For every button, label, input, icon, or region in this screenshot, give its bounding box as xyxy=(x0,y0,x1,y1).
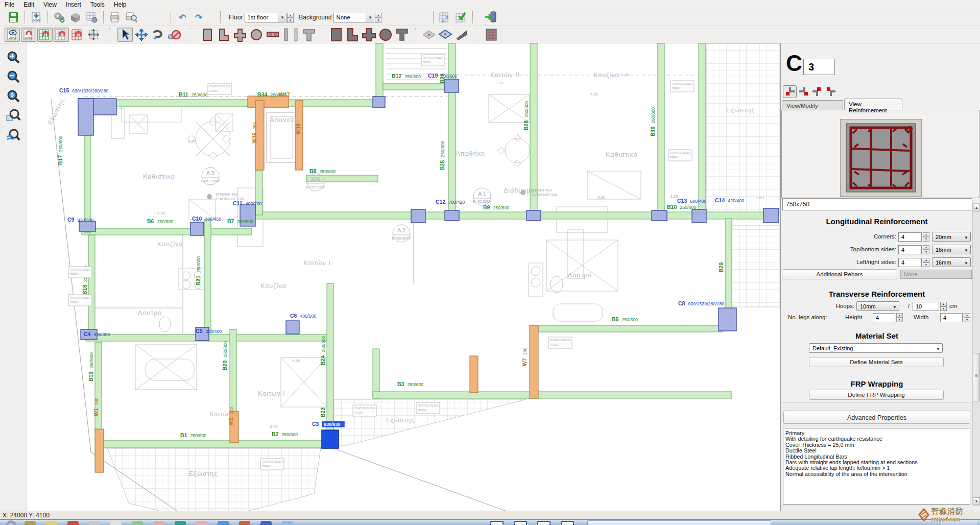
beam[interactable] xyxy=(539,325,723,332)
beam-label[interactable]: B28250/600 xyxy=(523,101,529,130)
column[interactable] xyxy=(373,97,385,108)
section-tee-icon[interactable] xyxy=(302,28,317,42)
taskbar-app-icon[interactable] xyxy=(110,521,122,525)
section-wall-icon[interactable] xyxy=(265,28,280,42)
hoops-diameter-select[interactable]: 10mm▼ xyxy=(856,301,899,311)
corner-orientation-2-button[interactable] xyxy=(797,85,810,98)
menu-insert[interactable]: Insert xyxy=(61,1,86,9)
beam[interactable] xyxy=(255,170,262,215)
beam-label[interactable]: B30250/600 xyxy=(650,107,656,136)
beam[interactable] xyxy=(84,100,383,107)
left-right-stepper[interactable]: ▲▼ xyxy=(923,258,929,267)
beam-label[interactable]: B10250/600 xyxy=(667,204,696,210)
taskbar-app-icon[interactable] xyxy=(89,521,100,525)
drawing-canvas[interactable]: B11250/600B34250/600B12250/600B17250/600… xyxy=(27,43,780,511)
column-label[interactable]: C14420/400 xyxy=(715,197,744,203)
print-icon[interactable] xyxy=(107,10,123,25)
additional-rebars-button[interactable]: Additional Rebars xyxy=(782,269,897,279)
column-label[interactable]: C9930/300 xyxy=(67,217,93,223)
taskbar-app-icon[interactable] xyxy=(218,521,229,525)
beam[interactable] xyxy=(383,83,449,90)
column[interactable] xyxy=(445,210,459,221)
column-label[interactable]: C19530/600 xyxy=(428,73,457,79)
material-set-select[interactable]: Default_Existing▼ xyxy=(809,343,943,353)
taskbar-window-icon[interactable] xyxy=(490,521,504,525)
hoops-spacing-stepper[interactable]: ▲▼ xyxy=(940,302,947,311)
beam-label[interactable]: B6250/600 xyxy=(147,218,173,224)
section-circle-icon[interactable] xyxy=(249,28,264,42)
beam-label[interactable]: B1250/600 xyxy=(180,432,206,438)
wall[interactable] xyxy=(530,325,538,398)
beam[interactable] xyxy=(82,228,252,235)
beam-label[interactable]: B25250/600 xyxy=(439,141,445,170)
grid-move-icon[interactable] xyxy=(86,28,102,42)
menu-file[interactable]: File xyxy=(0,1,19,9)
slab-icon[interactable] xyxy=(421,28,437,42)
floor-plan[interactable]: B11250/600B34250/600B12250/600B17250/600… xyxy=(36,43,780,511)
column-label[interactable]: C13600/400 xyxy=(677,198,706,204)
menu-edit[interactable]: Edit xyxy=(19,1,39,9)
taskbar-active-window[interactable] xyxy=(587,520,771,525)
beam-label[interactable]: B23 xyxy=(320,408,326,417)
beam[interactable] xyxy=(102,440,323,448)
column-number-input[interactable]: 3 xyxy=(803,59,835,75)
section-rect-icon[interactable] xyxy=(200,28,215,42)
wall[interactable] xyxy=(95,429,104,472)
beam[interactable] xyxy=(95,342,102,432)
snap-grid-icon[interactable] xyxy=(54,28,69,42)
legs-width-stepper[interactable]: ▲▼ xyxy=(964,313,970,322)
redo-button[interactable]: ↷ xyxy=(191,10,206,25)
corner-orientation-1-button[interactable] xyxy=(783,85,797,98)
zoom-in-button[interactable] xyxy=(4,49,22,67)
ramp-icon[interactable] xyxy=(454,28,469,42)
taskbar-app-icon[interactable] xyxy=(46,521,57,525)
beam[interactable] xyxy=(448,43,456,220)
save-button[interactable] xyxy=(6,10,21,25)
undo-button[interactable]: ↶ xyxy=(175,10,190,25)
beam-label[interactable]: B2250/600 xyxy=(272,431,298,437)
beam-label[interactable]: B21250/600 xyxy=(195,256,201,285)
column[interactable] xyxy=(763,208,779,223)
start-button[interactable] xyxy=(6,520,16,525)
select-tool[interactable] xyxy=(117,28,133,42)
taskbar-window-icon[interactable] xyxy=(514,521,527,525)
pan-button[interactable] xyxy=(4,126,22,145)
corners-diameter-select[interactable]: 20mm▼ xyxy=(932,232,971,242)
column-label[interactable]: C15630/1530/280/280 xyxy=(59,87,108,93)
beam-label[interactable]: B8250/600 xyxy=(309,168,336,174)
scroll-down-icon[interactable]: ▼ xyxy=(973,497,980,505)
left-right-count-input[interactable]: 4 xyxy=(898,258,922,267)
column[interactable] xyxy=(190,222,204,235)
3d-view-icon[interactable] xyxy=(68,10,83,25)
column-label[interactable]: C11400/700 xyxy=(233,200,262,206)
column[interactable] xyxy=(411,209,425,223)
snap-red-grid-icon[interactable] xyxy=(70,28,85,42)
background-stepper[interactable]: ▲▼ xyxy=(375,13,381,22)
panel-scrollbar[interactable]: ▲ ▼ xyxy=(972,203,980,506)
taskbar-app-icon[interactable] xyxy=(132,521,143,525)
left-right-diameter-select[interactable]: 16mm▼ xyxy=(932,257,971,267)
taskbar-window-icon[interactable] xyxy=(561,521,574,525)
taskbar-window-icon[interactable] xyxy=(537,521,551,525)
section-line2-icon[interactable] xyxy=(292,28,301,42)
column-label[interactable]: C5300/400 xyxy=(196,328,222,334)
wall-label[interactable]: W17 xyxy=(279,91,290,98)
column-label[interactable]: C10300/450 xyxy=(192,216,221,222)
define-material-sets-button[interactable]: Define Material Sets xyxy=(809,357,944,367)
delete-tool[interactable] xyxy=(166,28,182,42)
beam-label[interactable]: B11250/600 xyxy=(179,91,208,98)
define-frp-button[interactable]: Define FRP Wrapping xyxy=(809,390,944,400)
zoom-extents-button[interactable] xyxy=(4,87,22,106)
beam[interactable] xyxy=(373,392,732,398)
beam[interactable] xyxy=(699,43,705,217)
top-bottom-count-input[interactable]: 4 xyxy=(898,245,922,254)
taskbar-app-icon[interactable] xyxy=(260,521,272,525)
beam[interactable] xyxy=(373,349,379,398)
dark-tee-icon[interactable] xyxy=(394,28,410,42)
hoops-spacing-input[interactable]: 10 xyxy=(913,302,939,311)
wall[interactable] xyxy=(248,96,289,108)
beam-label[interactable]: B29 xyxy=(718,262,724,272)
taskbar-app-icon[interactable] xyxy=(196,521,207,525)
column[interactable] xyxy=(652,210,667,221)
settings-gears-icon[interactable] xyxy=(52,10,67,25)
